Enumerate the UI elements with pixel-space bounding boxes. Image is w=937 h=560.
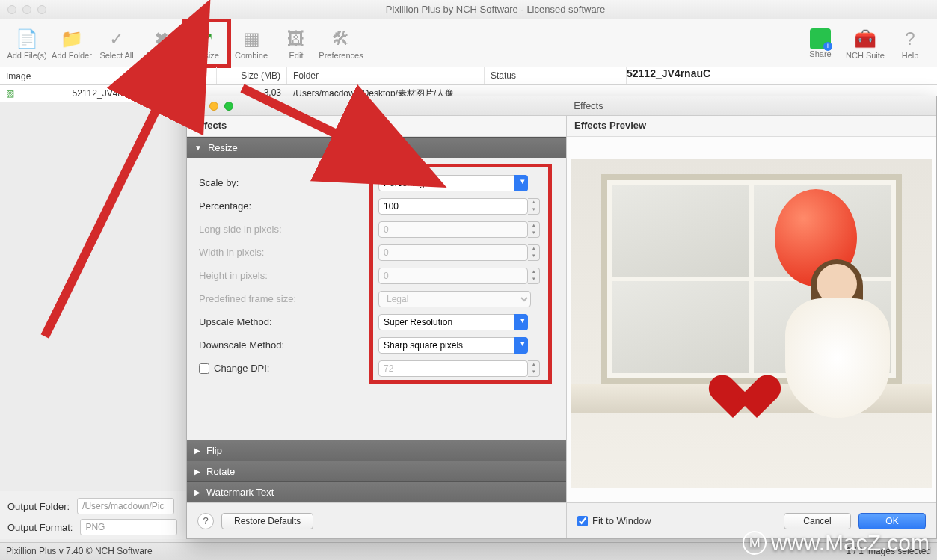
- preview-pane: [567, 137, 936, 502]
- main-toolbar: 📄Add File(s) 📁Add Folder ✓Select All ✖Re…: [0, 19, 937, 67]
- share-icon: [810, 28, 831, 49]
- height-stepper: ▴▾: [528, 268, 540, 284]
- predefined-label: Predefined frame size:: [199, 293, 378, 304]
- maximize-icon[interactable]: [37, 5, 46, 14]
- sort-asc-icon: ⌃: [134, 71, 141, 81]
- percentage-stepper[interactable]: ▴▾: [528, 198, 540, 215]
- output-format-field[interactable]: [80, 519, 177, 535]
- section-rotate[interactable]: ▶Rotate: [187, 461, 566, 481]
- width-stepper: ▴▾: [528, 244, 540, 261]
- restore-defaults-button[interactable]: Restore Defaults: [221, 513, 313, 529]
- scale-by-label: Scale by:: [199, 177, 378, 188]
- change-dpi-checkbox[interactable]: Change DPI:: [199, 363, 378, 374]
- section-watermark[interactable]: ▶Watermark Text: [187, 481, 566, 502]
- percentage-label: Percentage:: [199, 200, 378, 212]
- upscale-label: Upscale Method:: [199, 316, 378, 327]
- column-size[interactable]: Size (MB): [217, 67, 287, 84]
- output-folder-label: Output Folder:: [7, 501, 70, 512]
- check-icon: ✓: [105, 27, 129, 51]
- toolbox-icon: 🧰: [853, 27, 877, 51]
- file-name: 52112_JV4rnauC: [73, 88, 142, 99]
- close-icon[interactable]: [194, 102, 203, 111]
- folder-plus-icon: 📁: [60, 27, 84, 51]
- downscale-label: Downscale Method:: [199, 339, 378, 351]
- edit-button[interactable]: 🖼Edit: [274, 21, 319, 66]
- window-title: Pixillion Plus by NCH Software - License…: [54, 4, 937, 15]
- x-icon: ✖: [150, 27, 173, 51]
- gear-icon: 🛠: [329, 27, 353, 51]
- help-button[interactable]: ?: [197, 513, 214, 529]
- effects-dialog: Effects Effects ▼Resize Scale by: Percen…: [186, 96, 937, 539]
- dpi-stepper: ▴▾: [528, 360, 540, 377]
- add-folder-button[interactable]: 📁Add Folder: [49, 21, 94, 66]
- combine-button[interactable]: ▦Combine: [229, 21, 274, 66]
- long-side-label: Long side in pixels:: [199, 224, 378, 235]
- watermark: Mwww.MacZ.com: [743, 530, 930, 556]
- upscale-select[interactable]: Super Resolution: [378, 314, 528, 330]
- height-input: [378, 268, 528, 284]
- section-resize[interactable]: ▼Resize: [187, 137, 566, 158]
- image-file-icon: ▧: [6, 88, 14, 99]
- help-icon: ?: [898, 27, 922, 51]
- preview-file-title: 52112_JV4rnauC: [627, 67, 710, 79]
- chevron-right-icon: ▶: [194, 467, 200, 476]
- edit-icon: 🖼: [284, 27, 308, 51]
- cancel-button[interactable]: Cancel: [784, 513, 851, 529]
- downscale-select[interactable]: Sharp square pixels: [378, 337, 528, 354]
- scale-by-select[interactable]: Percentage: [378, 175, 528, 191]
- status-left: Pixillion Plus v 7.40 © NCH Software: [6, 546, 153, 557]
- width-input: [378, 244, 528, 261]
- effects-window-title: Effects: [241, 100, 936, 111]
- nch-suite-button[interactable]: 🧰NCH Suite: [843, 21, 888, 66]
- percentage-input[interactable]: [378, 198, 528, 215]
- effects-panel-header: Effects: [187, 116, 566, 137]
- long-side-input: [378, 221, 528, 238]
- add-files-button[interactable]: 📄Add File(s): [4, 21, 49, 66]
- dpi-input: [378, 360, 528, 377]
- chevron-right-icon: ▶: [194, 488, 200, 496]
- resize-button[interactable]: ⤢Resize: [184, 21, 229, 66]
- main-titlebar: Pixillion Plus by NCH Software - License…: [0, 0, 937, 19]
- help-button[interactable]: ?Help: [888, 21, 933, 66]
- output-folder-field[interactable]: [77, 498, 174, 514]
- column-folder[interactable]: Folder: [287, 67, 485, 84]
- file-plus-icon: 📄: [15, 27, 39, 51]
- file-list-header: Image⌃ Format Size (MB) Folder Status: [0, 67, 937, 85]
- effects-titlebar: Effects: [187, 96, 936, 116]
- preferences-button[interactable]: 🛠Preferences: [319, 21, 363, 66]
- share-button[interactable]: Share: [798, 21, 843, 66]
- ok-button[interactable]: OK: [858, 513, 926, 529]
- height-label: Height in pixels:: [199, 270, 378, 281]
- combine-icon: ▦: [239, 27, 263, 51]
- long-side-stepper: ▴▾: [528, 221, 540, 238]
- chevron-down-icon: ▼: [194, 144, 202, 152]
- output-format-label: Output Format:: [7, 522, 73, 533]
- select-all-button[interactable]: ✓Select All: [94, 21, 139, 66]
- maximize-icon[interactable]: [224, 102, 233, 111]
- predefined-select: Legal: [378, 291, 531, 307]
- preview-image: [571, 159, 932, 488]
- minimize-icon[interactable]: [209, 102, 218, 111]
- close-icon[interactable]: [7, 5, 16, 14]
- column-format[interactable]: Format: [148, 67, 217, 84]
- minimize-icon[interactable]: [22, 5, 31, 14]
- effects-preview-header: Effects Preview: [567, 116, 936, 137]
- section-flip[interactable]: ▶Flip: [187, 440, 566, 461]
- column-image[interactable]: Image⌃: [0, 67, 148, 84]
- resize-icon: ⤢: [194, 27, 218, 51]
- resize-form: Scale by: Percentage Percentage: ▴▾ Long…: [187, 158, 566, 440]
- width-label: Width in pixels:: [199, 247, 378, 258]
- chevron-right-icon: ▶: [194, 446, 200, 455]
- column-status[interactable]: Status: [485, 67, 627, 84]
- remove-button[interactable]: ✖Remove: [139, 21, 184, 66]
- fit-to-window-checkbox[interactable]: Fit to Window: [577, 515, 651, 526]
